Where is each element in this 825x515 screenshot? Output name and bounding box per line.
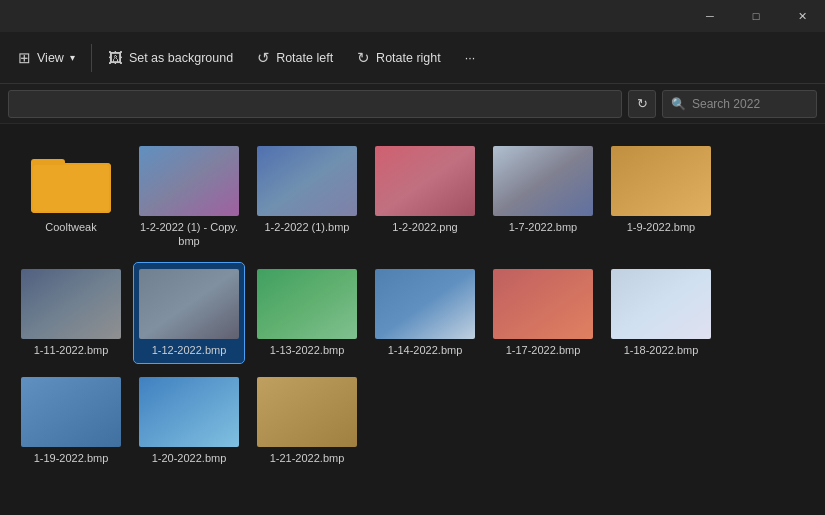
file-name: 1-2-2022 (1) - Copy.bmp [138,220,240,249]
image-thumbnail [21,269,121,339]
image-thumbnail [493,269,593,339]
svg-rect-4 [139,146,239,216]
image-thumbnail [257,269,357,339]
image-thumbnail [21,377,121,447]
file-name: 1-2-2022.png [392,220,457,234]
svg-rect-7 [493,146,593,216]
file-name: 1-14-2022.bmp [388,343,463,357]
svg-rect-6 [375,146,475,216]
search-box[interactable]: 🔍 [662,90,817,118]
list-item[interactable]: 1-2-2022.png [370,140,480,255]
svg-rect-15 [21,377,121,447]
view-chevron-icon: ▾ [70,52,75,63]
svg-rect-14 [611,269,711,339]
minimize-button[interactable]: ─ [687,0,733,32]
view-label: View [37,51,64,65]
list-item[interactable]: 1-17-2022.bmp [488,263,598,363]
list-item[interactable]: 1-19-2022.bmp [16,371,126,471]
file-name: 1-17-2022.bmp [506,343,581,357]
set-background-icon: 🖼 [108,49,123,66]
title-bar: ─ □ ✕ [0,0,825,32]
list-item[interactable]: 1-7-2022.bmp [488,140,598,255]
list-item[interactable]: 1-13-2022.bmp [252,263,362,363]
file-grid: Cooltweak 1-2-2022 (1) - Copy.bmp [0,124,825,515]
image-thumbnail [257,146,357,216]
image-thumbnail [375,146,475,216]
svg-rect-9 [21,269,121,339]
image-thumbnail [139,377,239,447]
list-item[interactable]: 1-21-2022.bmp [252,371,362,471]
file-name: 1-12-2022.bmp [152,343,227,357]
file-name: 1-9-2022.bmp [627,220,696,234]
list-item[interactable]: 1-9-2022.bmp [606,140,716,255]
more-button[interactable]: ··· [455,45,485,71]
image-thumbnail [139,269,239,339]
svg-rect-11 [257,269,357,339]
search-icon: 🔍 [671,97,686,111]
view-button[interactable]: ⊞ View ▾ [8,43,85,73]
rotate-left-icon: ↺ [257,49,270,67]
svg-rect-16 [139,377,239,447]
list-item[interactable]: 1-14-2022.bmp [370,263,480,363]
file-name: Cooltweak [45,220,96,234]
image-thumbnail [257,377,357,447]
rotate-right-label: Rotate right [376,51,441,65]
svg-rect-12 [375,269,475,339]
separator-1 [91,44,92,72]
window-controls: ─ □ ✕ [687,0,825,32]
toolbar: ⊞ View ▾ 🖼 Set as background ↺ Rotate le… [0,32,825,84]
file-name: 1-13-2022.bmp [270,343,345,357]
address-bar: ↻ 🔍 [0,84,825,124]
refresh-button[interactable]: ↻ [628,90,656,118]
file-name: 1-2-2022 (1).bmp [265,220,350,234]
set-background-label: Set as background [129,51,233,65]
list-item[interactable]: 1-18-2022.bmp [606,263,716,363]
more-label: ··· [465,51,475,65]
set-background-button[interactable]: 🖼 Set as background [98,43,243,72]
image-thumbnail [493,146,593,216]
list-item[interactable]: 1-2-2022 (1).bmp [252,140,362,255]
rotate-left-button[interactable]: ↺ Rotate left [247,43,343,73]
svg-rect-5 [257,146,357,216]
rotate-right-button[interactable]: ↻ Rotate right [347,43,451,73]
view-icon: ⊞ [18,49,31,67]
image-thumbnail [139,146,239,216]
file-name: 1-18-2022.bmp [624,343,699,357]
search-input[interactable] [692,97,808,111]
image-thumbnail [611,269,711,339]
list-item[interactable]: 1-12-2022.bmp [134,263,244,363]
file-name: 1-21-2022.bmp [270,451,345,465]
maximize-button[interactable]: □ [733,0,779,32]
address-path[interactable] [8,90,622,118]
list-item[interactable]: 1-11-2022.bmp [16,263,126,363]
svg-rect-8 [611,146,711,216]
file-name: 1-20-2022.bmp [152,451,227,465]
list-item[interactable]: 1-20-2022.bmp [134,371,244,471]
close-button[interactable]: ✕ [779,0,825,32]
rotate-right-icon: ↻ [357,49,370,67]
rotate-left-label: Rotate left [276,51,333,65]
image-thumbnail [611,146,711,216]
svg-rect-13 [493,269,593,339]
svg-rect-3 [33,165,109,211]
file-name: 1-7-2022.bmp [509,220,578,234]
folder-icon [21,146,121,216]
svg-rect-10 [139,269,239,339]
image-thumbnail [375,269,475,339]
file-name: 1-11-2022.bmp [34,343,109,357]
file-name: 1-19-2022.bmp [34,451,109,465]
list-item[interactable]: 1-2-2022 (1) - Copy.bmp [134,140,244,255]
refresh-icon: ↻ [637,96,648,111]
list-item[interactable]: Cooltweak [16,140,126,255]
svg-rect-17 [257,377,357,447]
